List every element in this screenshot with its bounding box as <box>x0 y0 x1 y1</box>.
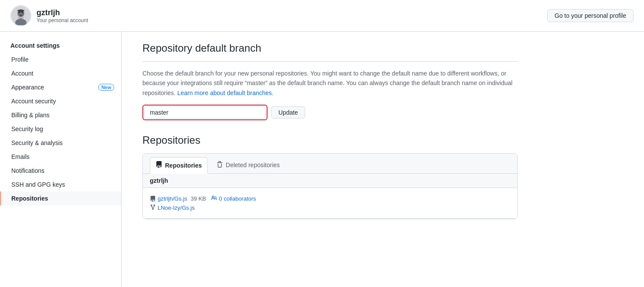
username: gztrljh <box>36 8 88 17</box>
sidebar-item-label: Billing & plans <box>11 112 50 119</box>
sidebar-item-label: Security log <box>11 125 43 132</box>
repo-link-item: gztrljh/Gs.js 39 KB <box>150 195 206 202</box>
collaborators-link[interactable]: 0 collaborators <box>211 195 256 202</box>
repo-icon <box>155 161 162 169</box>
sidebar-item-label: Profile <box>11 56 29 63</box>
layout: Account settings Profile Account Appeara… <box>0 32 644 287</box>
user-subtitle: Your personal account <box>36 17 88 23</box>
sidebar-item-billing[interactable]: Billing & plans <box>0 108 121 122</box>
tab-deleted-repositories[interactable]: Deleted repositories <box>211 157 285 174</box>
sidebar-item-label: Account security <box>11 98 56 105</box>
svg-rect-6 <box>20 16 22 17</box>
branch-input-row: Update <box>142 105 518 120</box>
repo-links: gztrljh/Gs.js 39 KB 0 collaborators <box>150 195 510 202</box>
learn-more-link[interactable]: Learn more about default branches. <box>177 89 274 96</box>
description: Choose the default branch for your new p… <box>142 69 518 98</box>
sidebar-item-notifications[interactable]: Notifications <box>0 164 121 178</box>
top-bar-left: gztrljh Your personal account <box>10 5 88 26</box>
branch-input[interactable] <box>144 106 266 119</box>
trash-icon <box>216 161 223 169</box>
section-title: Repository default branch <box>142 42 518 62</box>
sidebar-item-profile[interactable]: Profile <box>0 53 121 66</box>
sidebar-item-repositories[interactable]: Repositories <box>0 191 121 205</box>
repo-name-link[interactable]: gztrljh/Gs.js <box>158 195 187 202</box>
new-badge: New <box>98 84 114 91</box>
sidebar-item-label: Appearance <box>11 84 44 91</box>
avatar <box>10 5 31 26</box>
repo-list-header: gztrljh <box>143 174 517 188</box>
sidebar-item-appearance[interactable]: Appearance New <box>0 80 121 94</box>
sidebar-item-account[interactable]: Account <box>0 66 121 80</box>
fork-icon <box>150 204 156 211</box>
update-button[interactable]: Update <box>271 106 305 119</box>
sidebar-item-label: Repositories <box>11 195 48 202</box>
people-icon <box>211 195 217 202</box>
sidebar-item-label: Security & analysis <box>11 139 63 146</box>
collaborators-count: 0 collaborators <box>219 195 256 202</box>
sidebar: Account settings Profile Account Appeara… <box>0 32 122 287</box>
repos-tabs: Repositories Deleted repositories <box>143 154 517 174</box>
table-row: gztrljh/Gs.js 39 KB 0 collaborators LNo <box>143 188 517 219</box>
sidebar-item-label: Account <box>11 70 33 77</box>
sidebar-heading: Account settings <box>0 39 121 53</box>
user-info: gztrljh Your personal account <box>36 8 88 23</box>
repos-section-title: Repositories <box>142 134 518 146</box>
tab-deleted-label: Deleted repositories <box>226 162 280 168</box>
top-bar: gztrljh Your personal account Go to your… <box>0 0 644 32</box>
sidebar-item-security-log[interactable]: Security log <box>0 122 121 136</box>
sidebar-item-emails[interactable]: Emails <box>0 150 121 164</box>
fork-link: LNoe-Izy/Gs.js <box>150 204 510 211</box>
sidebar-item-label: Notifications <box>11 167 44 174</box>
sidebar-item-ssh-gpg[interactable]: SSH and GPG keys <box>0 178 121 191</box>
tab-repositories[interactable]: Repositories <box>150 157 208 174</box>
svg-rect-5 <box>18 10 23 12</box>
sidebar-item-label: Emails <box>11 153 30 160</box>
go-to-profile-button[interactable]: Go to your personal profile <box>547 9 634 22</box>
repo-size: 39 KB <box>191 195 206 202</box>
fork-name-link[interactable]: LNoe-Izy/Gs.js <box>158 205 195 211</box>
tab-repos-label: Repositories <box>165 162 202 169</box>
repos-card: Repositories Deleted repositories gztrlj… <box>142 153 518 219</box>
sidebar-item-label: SSH and GPG keys <box>11 181 65 188</box>
main-content: Repository default branch Choose the def… <box>122 32 538 287</box>
sidebar-item-account-security[interactable]: Account security <box>0 94 121 108</box>
repo-link-icon <box>150 196 156 202</box>
branch-input-wrapper <box>142 105 268 120</box>
sidebar-item-security-analysis[interactable]: Security & analysis <box>0 136 121 150</box>
